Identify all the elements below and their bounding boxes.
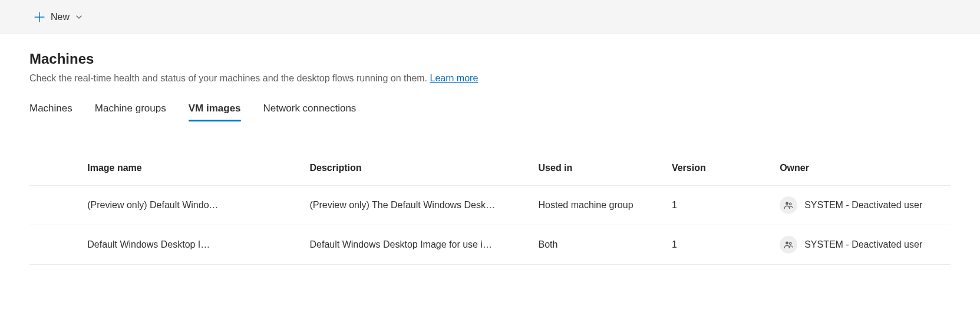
col-image-name[interactable]: Image name — [80, 156, 302, 186]
col-description[interactable]: Description — [303, 156, 532, 186]
col-version[interactable]: Version — [665, 156, 773, 186]
col-used-in[interactable]: Used in — [532, 156, 665, 186]
cell-spacer — [29, 225, 80, 265]
learn-more-link[interactable]: Learn more — [430, 73, 479, 83]
cell-spacer — [29, 186, 80, 225]
svg-point-3 — [790, 242, 791, 244]
cell-description: Default Windows Desktop Image for use i… — [303, 225, 532, 265]
new-button-label: New — [51, 12, 70, 22]
tabs: Machines Machine groups VM images Networ… — [29, 100, 951, 120]
col-owner[interactable]: Owner — [773, 156, 951, 186]
cell-owner: SYSTEM - Deactivated user — [773, 186, 951, 225]
tab-machines[interactable]: Machines — [29, 100, 72, 120]
table-row[interactable]: Default Windows Desktop I… Default Windo… — [29, 225, 951, 265]
cell-image-name[interactable]: (Preview only) Default Windo… — [80, 186, 302, 225]
col-spacer — [29, 156, 80, 186]
page-title: Machines — [29, 51, 951, 67]
tab-network-connections[interactable]: Network connections — [263, 100, 357, 120]
tab-vm-images[interactable]: VM images — [189, 100, 241, 120]
svg-point-1 — [790, 203, 791, 205]
cell-owner: SYSTEM - Deactivated user — [773, 225, 951, 265]
cell-version: 1 — [665, 225, 773, 265]
vm-images-table: Image name Description Used in Version O… — [29, 156, 951, 265]
chevron-down-icon — [75, 14, 83, 21]
cell-version: 1 — [665, 186, 773, 225]
svg-point-0 — [786, 202, 788, 205]
cell-description: (Preview only) The Default Windows Desk… — [303, 186, 532, 225]
owner-name: SYSTEM - Deactivated user — [804, 239, 922, 250]
content-area: Machines Check the real-time health and … — [0, 34, 980, 281]
cell-image-name[interactable]: Default Windows Desktop I… — [80, 225, 302, 265]
owner-name: SYSTEM - Deactivated user — [804, 200, 922, 211]
owner-avatar-icon — [780, 236, 797, 254]
svg-point-2 — [786, 242, 788, 245]
tab-machine-groups[interactable]: Machine groups — [95, 100, 166, 120]
cell-used-in: Hosted machine group — [532, 186, 665, 225]
page-description: Check the real-time health and status of… — [29, 73, 951, 84]
plus-icon — [34, 12, 45, 22]
owner-avatar-icon — [780, 196, 797, 214]
cell-used-in: Both — [532, 225, 665, 265]
toolbar: New — [0, 0, 980, 34]
table-row[interactable]: (Preview only) Default Windo… (Preview o… — [29, 186, 951, 225]
new-button[interactable]: New — [29, 8, 87, 26]
page-description-text: Check the real-time health and status of… — [29, 73, 430, 83]
table-header-row: Image name Description Used in Version O… — [29, 156, 951, 186]
